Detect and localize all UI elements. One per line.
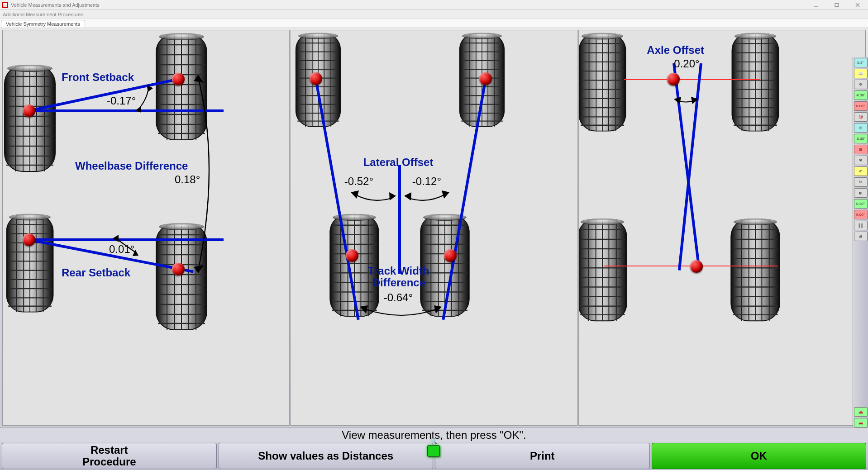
status-icon-rear[interactable]: 🚗	[854, 418, 868, 427]
svg-marker-151	[434, 305, 442, 313]
rear-setback-value: 0.01°	[109, 243, 134, 256]
tool-icon-14[interactable]: 0.30°	[854, 199, 868, 209]
status-icon-front[interactable]: 🚗	[854, 407, 868, 417]
submenu-label: Additional Measurement Procedures	[3, 12, 83, 17]
front-setback-label: Front Setback	[62, 71, 134, 84]
svg-marker-148	[404, 192, 411, 200]
tool-icon-7[interactable]: ◎	[854, 123, 868, 133]
restart-button[interactable]: Restart Procedure	[2, 443, 217, 469]
ok-label: OK	[751, 450, 767, 462]
panel-setback: Front Setback -0.17° Wheelbase Differenc…	[2, 30, 290, 426]
minimize-button[interactable]	[806, 0, 826, 9]
maximize-button[interactable]	[826, 0, 847, 9]
window-titlebar: Vehicle Measurements and Adjustments	[0, 0, 868, 10]
svg-marker-221	[691, 97, 698, 104]
svg-marker-75	[113, 235, 119, 242]
setback-annotations	[3, 30, 289, 425]
content-area: Front Setback -0.17° Wheelbase Differenc…	[0, 28, 868, 470]
lateral-offset-left: -0.52°	[344, 175, 373, 188]
wheelbase-diff-label: Wheelbase Difference	[75, 160, 188, 172]
tool-icon-4[interactable]: -0.30°	[854, 90, 868, 100]
button-bar: Restart Procedure Show values as Distanc…	[0, 442, 868, 470]
tool-icon-10[interactable]: 🛠	[854, 156, 868, 165]
lateral-annotations	[291, 30, 577, 425]
restart-label: Restart Procedure	[82, 444, 136, 468]
svg-rect-1	[835, 3, 839, 6]
track-width-value: -0.64°	[384, 291, 413, 304]
distances-label: Show values as Distances	[258, 450, 393, 462]
tool-icon-12[interactable]: ↻	[854, 177, 868, 187]
distances-button[interactable]: Show values as Distances 🔍	[219, 443, 434, 469]
track-width-label2: Difference	[372, 276, 425, 289]
tool-icon-3[interactable]: ⚙	[854, 80, 868, 89]
rear-setback-label: Rear Setback	[62, 266, 130, 279]
status-indicator: 🔍	[427, 445, 440, 457]
tab-symmetry[interactable]: Vehicle Symmetry Measurements	[1, 20, 85, 28]
svg-marker-76	[194, 75, 204, 83]
svg-marker-220	[674, 97, 681, 104]
window-title: Vehicle Measurements and Adjustments	[11, 2, 100, 8]
tool-icon-17[interactable]: 🖨	[854, 232, 868, 241]
tool-icon-6[interactable]: 🎯	[854, 112, 868, 122]
print-button[interactable]: Print	[435, 443, 650, 469]
tool-icon-2[interactable]: 📖	[854, 69, 868, 78]
magnifier-icon: 🔍	[430, 438, 437, 444]
wheelbase-diff-value: 0.18°	[175, 173, 200, 186]
tool-icon-13[interactable]: ◐	[854, 188, 868, 198]
axle-offset-label: Axle Offset	[647, 44, 704, 57]
track-width-label1: Track Width	[368, 265, 429, 277]
submenu-bar: Additional Measurement Procedures	[0, 10, 868, 19]
print-label: Print	[530, 450, 555, 462]
right-toolbar: 0.3° 📖 ⚙ -0.30° 0.00° 🎯 ◎ -0.30° ▦ 🛠 ⇵ ↻…	[853, 57, 868, 427]
tool-icon-15[interactable]: 0.00°	[854, 210, 868, 219]
lateral-offset-right: -0.12°	[412, 175, 441, 188]
svg-marker-149	[442, 190, 449, 199]
tab-label: Vehicle Symmetry Measurements	[6, 21, 80, 27]
tool-icon-5[interactable]: 0.00°	[854, 101, 868, 111]
tool-icon-1[interactable]: 0.3°	[854, 58, 868, 67]
panel-lateral: Lateral Offset -0.52° -0.12° Track Width…	[291, 30, 578, 426]
svg-marker-147	[389, 192, 396, 200]
lateral-offset-label: Lateral Offset	[363, 156, 434, 169]
tool-icon-16[interactable]: ║║	[854, 221, 868, 230]
tool-icon-8[interactable]: -0.30°	[854, 134, 868, 143]
panel-axle: Axle Offset 0.20°	[578, 30, 866, 426]
axle-offset-value: 0.20°	[674, 57, 699, 70]
axle-annotations	[579, 30, 865, 425]
svg-marker-150	[360, 305, 368, 313]
tool-icon-9[interactable]: ▦	[854, 145, 868, 154]
front-setback-value: -0.17°	[107, 95, 136, 107]
tab-bar: Vehicle Symmetry Measurements	[0, 19, 868, 28]
svg-marker-73	[135, 106, 141, 113]
svg-marker-77	[194, 265, 204, 273]
tool-icon-11[interactable]: ⇵	[854, 166, 868, 176]
close-button[interactable]	[847, 0, 868, 9]
svg-marker-146	[351, 190, 359, 199]
ok-button[interactable]: OK	[652, 443, 867, 469]
panels-row: Front Setback -0.17° Wheelbase Differenc…	[0, 28, 868, 427]
app-icon	[2, 2, 8, 8]
window-controls	[806, 0, 868, 9]
